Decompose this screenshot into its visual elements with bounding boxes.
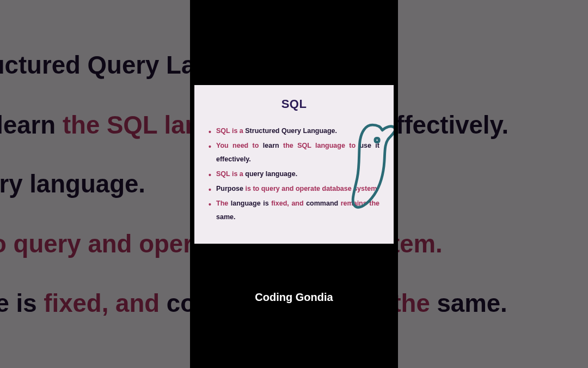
slide-title: SQL xyxy=(209,97,379,111)
bullet-item: The language is fixed, and command remai… xyxy=(209,197,379,224)
text-segment: remains the xyxy=(341,200,379,207)
text-segment: The xyxy=(216,200,231,207)
text-segment: fixed, and xyxy=(271,200,306,207)
bullet-list: SQL is a Structured Query Language.You n… xyxy=(209,124,379,224)
bullet-item: You need to learn the SQL language to us… xyxy=(209,139,379,166)
text-segment: You need to xyxy=(216,142,263,149)
bullet-item: SQL is a query language. xyxy=(209,167,379,181)
vertical-strip: SQL SQL is a Structured Query Language.Y… xyxy=(190,0,398,368)
text-segment: the SQL language to xyxy=(283,142,359,149)
channel-caption: Coding Gondia xyxy=(190,291,398,304)
bullet-item: SQL is a Structured Query Language. xyxy=(209,124,379,138)
text-segment: query language. xyxy=(245,170,297,178)
text-segment: learn xyxy=(263,142,283,149)
stage: SQL is a Structured Query Language.You n… xyxy=(0,0,588,368)
text-segment: SQL is a xyxy=(216,127,245,135)
bullet-item: Purpose is to query and operate database… xyxy=(209,182,379,196)
text-segment: command xyxy=(306,200,341,207)
text-segment: Purpose xyxy=(216,185,246,192)
text-segment: SQL is a xyxy=(216,170,245,178)
text-segment: same. xyxy=(216,213,235,221)
text-segment: Structured Query Language. xyxy=(245,127,337,135)
text-segment: language is xyxy=(231,200,271,207)
text-segment: is to query and operate database system. xyxy=(246,185,379,192)
slide-card: SQL SQL is a Structured Query Language.Y… xyxy=(194,85,394,244)
